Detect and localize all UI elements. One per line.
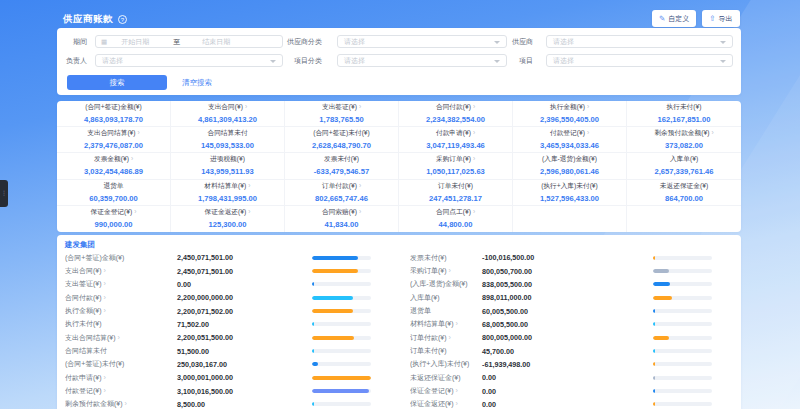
summary-card-label: (合同+签证)未付(¥) — [313, 129, 370, 138]
summary-card-label: 支出合同(¥)› — [208, 103, 247, 112]
metric-value: 45,700.00 — [482, 347, 653, 356]
summary-card[interactable]: 采购订单(¥)›1,050,117,025.63 — [399, 153, 513, 179]
summary-card: 订单未付(¥)247,451,278.17 — [399, 180, 513, 206]
metric-label[interactable]: 保证金返还(¥)› — [410, 399, 482, 409]
summary-card[interactable]: 付款申请(¥)›3,047,119,493.46 — [399, 127, 513, 153]
metric-row: 订单付款(¥)›800,005,000.00 — [410, 331, 712, 344]
summary-card-label: 订单付款(¥)› — [322, 182, 361, 191]
summary-card-value: 864,700.00 — [665, 194, 703, 203]
summary-card-label: 合同索赔(¥)› — [322, 208, 361, 217]
summary-card[interactable]: 付款登记(¥)›3,465,934,033.46 — [513, 127, 627, 153]
metric-bar-fill — [653, 309, 655, 313]
metric-label[interactable]: 剩余预付款金额(¥)› — [65, 399, 177, 409]
summary-card-value: 990,000.00 — [94, 220, 132, 229]
page-header: 供应商账款 ? — [63, 12, 127, 26]
metric-bar-fill — [312, 296, 353, 300]
sidebar-collapse-handle[interactable]: ⋮ — [0, 180, 8, 207]
summary-card-value: 145,093,533.00 — [201, 141, 254, 150]
summary-card-value: 247,451,278.17 — [429, 194, 482, 203]
summary-card[interactable]: 支出签证(¥)›1,783,765.50 — [285, 101, 399, 127]
metric-row: 发票未付(¥)-100,016,500.00 — [410, 251, 712, 264]
metric-row: 执行金额(¥)›2,200,071,502.00 — [65, 304, 371, 317]
metric-value: 60,005,500.00 — [482, 307, 653, 316]
metric-value: 3,000,001,000.00 — [177, 373, 312, 382]
metric-label[interactable]: 材料结算单(¥)› — [410, 319, 482, 329]
summary-card[interactable]: 合同索赔(¥)›41,834.00 — [285, 206, 399, 232]
summary-card-label: 合同结算未付 — [207, 129, 247, 138]
drilldown-arrow-icon: › — [473, 103, 475, 110]
help-icon[interactable]: ? — [118, 15, 127, 24]
metric-label[interactable]: 支出签证(¥)› — [65, 279, 177, 289]
metric-value: -100,016,500.00 — [482, 253, 653, 262]
group-detail-panel: 建发集团 (合同+签证)金额(¥)2,450,071,501.00支出合同(¥)… — [57, 235, 741, 409]
summary-card-value: 1,527,596,433.00 — [540, 194, 599, 203]
clear-search-link[interactable]: 清空搜索 — [182, 75, 212, 90]
search-button[interactable]: 搜索 — [67, 75, 167, 90]
metric-label[interactable]: 采购订单(¥)› — [410, 266, 482, 276]
metric-label: 发票未付(¥) — [410, 253, 482, 263]
metric-value: 250,030,167.00 — [177, 360, 312, 369]
metric-row: (执行+入库)未付(¥)-61,939,498.00 — [410, 358, 712, 371]
drilldown-arrow-icon: › — [125, 400, 127, 407]
metric-bar — [312, 389, 371, 393]
metric-label[interactable]: 执行金额(¥)› — [65, 306, 177, 316]
summary-card[interactable]: 合同点工(¥)›44,800.00 — [399, 206, 513, 232]
summary-card[interactable]: 支出合同(¥)›4,861,309,413.20 — [171, 101, 285, 127]
summary-card[interactable]: 保证金登记(¥)›990,000.00 — [57, 206, 171, 232]
summary-card[interactable]: 合同付款(¥)›2,234,382,554.00 — [399, 101, 513, 127]
metric-value: 800,050,700.00 — [482, 267, 653, 276]
summary-card: (合同+签证)未付(¥)2,628,648,790.70 — [285, 127, 399, 153]
metric-label[interactable]: 合同付款(¥)› — [65, 293, 177, 303]
supplier-select[interactable]: 请选择 — [546, 35, 733, 48]
summary-card[interactable]: 订单付款(¥)›802,665,747.46 — [285, 180, 399, 206]
customize-button[interactable]: ✎ 自定义 — [652, 10, 696, 27]
summary-card[interactable]: 支出合同结算(¥)›2,379,476,087.00 — [57, 127, 171, 153]
summary-card[interactable]: 保证金返还(¥)›125,300.00 — [171, 206, 285, 232]
date-range-input[interactable]: ▦ 开始日期 至 结束日期 — [95, 35, 283, 48]
metric-bar-fill — [653, 322, 655, 326]
metric-value: 0.00 — [482, 373, 653, 382]
page-title: 供应商账款 — [63, 13, 113, 26]
summary-card: 执行未付(¥)162,167,851.00 — [627, 101, 741, 127]
metric-bar — [653, 336, 712, 340]
owner-select[interactable]: 请选择 — [95, 54, 283, 67]
summary-card-value: 1,783,765.50 — [319, 115, 363, 124]
summary-card: (执行+入库)未付(¥)1,527,596,433.00 — [513, 180, 627, 206]
metric-label[interactable]: 订单付款(¥)› — [410, 333, 482, 343]
summary-card[interactable]: 执行金额(¥)›2,396,550,405.00 — [513, 101, 627, 127]
summary-card-label: 支出合同结算(¥)› — [87, 129, 139, 138]
metric-label[interactable]: 支出合同结算(¥)› — [65, 333, 177, 343]
metric-bar — [312, 362, 371, 366]
summary-card-value: 2,379,476,087.00 — [84, 141, 143, 150]
chevron-down-icon — [720, 41, 726, 44]
project-select[interactable]: 请选择 — [546, 54, 733, 67]
summary-card-label: 剩余预付款金额(¥)› — [654, 129, 713, 138]
export-button[interactable]: ⇧ 导出 — [702, 10, 739, 27]
drilldown-arrow-icon: › — [104, 307, 106, 314]
owner-placeholder: 请选择 — [102, 56, 123, 66]
chevron-down-icon — [720, 60, 726, 63]
summary-card-value: 162,167,851.00 — [658, 115, 711, 124]
group-name[interactable]: 建发集团 — [65, 240, 95, 250]
summary-card-label: (执行+入库)未付(¥) — [541, 182, 598, 191]
metric-label[interactable]: 保证金登记(¥)› — [410, 386, 482, 396]
summary-card[interactable]: 剩余预付款金额(¥)›373,082.00 — [627, 127, 741, 153]
summary-card[interactable]: 发票金额(¥)›3,032,454,486.89 — [57, 153, 171, 179]
metric-bar — [653, 256, 712, 260]
metric-bar — [653, 362, 712, 366]
metric-label[interactable]: 支出合同(¥)› — [65, 266, 177, 276]
metric-bar-fill — [312, 269, 358, 273]
summary-card-label: 付款申请(¥)› — [436, 129, 475, 138]
summary-card-label: 执行未付(¥) — [667, 103, 702, 112]
drilldown-arrow-icon: › — [104, 374, 106, 381]
metric-label[interactable]: 付款申请(¥)› — [65, 373, 177, 383]
summary-card[interactable]: 材料结算单(¥)›1,798,431,995.00 — [171, 180, 285, 206]
metric-row: 付款登记(¥)›3,100,016,500.00 — [65, 384, 371, 397]
metric-value: 898,011,000.00 — [482, 293, 653, 302]
metric-row: (入库-退货)金额(¥)838,005,500.00 — [410, 278, 712, 291]
metric-bar — [653, 296, 712, 300]
metric-label[interactable]: 付款登记(¥)› — [65, 386, 177, 396]
metric-row: 执行未付(¥)71,502.00 — [65, 318, 371, 331]
metric-bar-fill — [653, 336, 669, 340]
metric-bar — [312, 282, 371, 286]
